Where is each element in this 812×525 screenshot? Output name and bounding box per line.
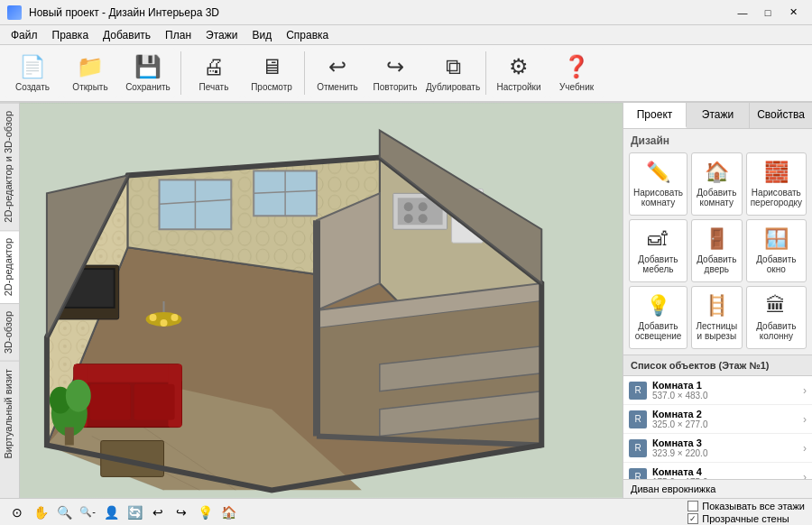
window-title: Новый проект - Дизайн Интерьера 3D — [29, 6, 219, 19]
checkbox-transparent[interactable] — [687, 513, 698, 524]
tab-project[interactable]: Проект — [623, 103, 687, 128]
menu-view[interactable]: Вид — [245, 27, 279, 43]
preview-icon: 🖥 — [261, 54, 282, 79]
left-tab-2d-3d[interactable]: 2D-редактор и 3D-обзор — [0, 103, 19, 230]
menu-plan[interactable]: План — [158, 27, 198, 43]
add-column-button[interactable]: 🏛 Добавить колонну — [746, 286, 807, 349]
add-light-button[interactable]: 💡 Добавить освещение — [629, 286, 687, 349]
maximize-button[interactable]: □ — [756, 4, 780, 22]
tool-redo2[interactable]: ↪ — [171, 502, 191, 522]
help-button[interactable]: ❓ Учебник — [549, 48, 604, 98]
tool-person[interactable]: 👤 — [101, 502, 121, 522]
separator-1 — [180, 51, 181, 95]
check-show-all-floors[interactable]: Показывать все этажи — [687, 501, 805, 511]
preview-button[interactable]: 🖥 Просмотр — [245, 48, 299, 98]
objects-section: Список объектов (Этаж №1) R Комната 1 53… — [623, 355, 812, 498]
add-door-button[interactable]: 🚪 Добавить дверь — [691, 219, 743, 282]
design-title: Дизайн — [629, 134, 807, 147]
tool-undo2[interactable]: ↩ — [148, 502, 168, 522]
svg-point-30 — [66, 380, 91, 412]
object-item-2[interactable]: R Комната 2 325.0 × 277.0 › — [623, 405, 812, 434]
menu-help[interactable]: Справка — [279, 27, 336, 43]
tool-zoom-in[interactable]: 🔍 — [54, 502, 74, 522]
add-room-button[interactable]: 🏠 Добавить комнату — [691, 152, 743, 216]
redo-icon: ↪ — [386, 54, 404, 79]
save-button[interactable]: 💾 Сохранить — [121, 48, 175, 98]
object-name-3: Комната 3 — [652, 438, 798, 448]
object-size-3: 323.9 × 220.0 — [652, 448, 798, 458]
add-door-label: Добавить дверь — [696, 254, 738, 274]
svg-point-54 — [171, 314, 178, 321]
stairs-label: Лестницы и вырезы — [696, 321, 738, 341]
add-window-button[interactable]: 🪟 Добавить окно — [746, 219, 807, 282]
create-button[interactable]: 📄 Создать — [5, 48, 60, 98]
object-name-1: Комната 1 — [652, 380, 798, 391]
tool-light[interactable]: 💡 — [195, 502, 215, 522]
open-button[interactable]: 📁 Открыть — [63, 48, 117, 98]
open-icon: 📁 — [77, 54, 104, 79]
viewport[interactable] — [20, 103, 623, 498]
object-item-3[interactable]: R Комната 3 323.9 × 220.0 › — [623, 434, 812, 463]
room-svg — [20, 103, 623, 498]
tab-floors[interactable]: Этажи — [687, 103, 750, 128]
print-button[interactable]: 🖨 Печать — [187, 48, 241, 98]
object-arrow-3: › — [803, 442, 807, 455]
check-transparent-walls[interactable]: Прозрачные стены — [687, 513, 805, 524]
add-room-icon: 🏠 — [705, 161, 729, 184]
print-label: Печать — [199, 82, 229, 92]
duplicate-button[interactable]: ⧉ Дублировать — [426, 48, 480, 98]
left-tab-vr[interactable]: Виртуальный визит — [0, 361, 19, 466]
menu-add[interactable]: Добавить — [96, 27, 158, 43]
object-item-1[interactable]: R Комната 1 537.0 × 483.0 › — [623, 376, 812, 405]
redo-button[interactable]: ↪ Повторить — [368, 48, 422, 98]
settings-label: Настройки — [496, 82, 540, 92]
undo-label: Отменить — [317, 82, 358, 92]
separator-3 — [485, 51, 486, 95]
minimize-button[interactable]: — — [731, 4, 754, 22]
tool-zoom-out[interactable]: 🔍- — [78, 502, 97, 522]
add-furniture-label: Добавить мебель — [633, 254, 683, 274]
add-window-label: Добавить окно — [751, 254, 802, 274]
draw-partition-icon: 🧱 — [764, 161, 789, 184]
draw-partition-label: Нарисовать перегородку — [751, 188, 802, 207]
tool-360[interactable]: ⊙ — [7, 502, 27, 522]
checkbox-show-floors[interactable] — [687, 501, 698, 511]
menu-edit[interactable]: Правка — [45, 27, 97, 43]
print-icon: 🖨 — [203, 54, 225, 79]
tool-pan[interactable]: ✋ — [31, 502, 51, 522]
design-section: Дизайн ✏️ Нарисовать комнату 🏠 Добавить … — [623, 129, 812, 355]
left-tab-3d[interactable]: 3D-обзор — [0, 303, 19, 361]
duplicate-icon: ⧉ — [446, 54, 461, 79]
add-furniture-button[interactable]: 🛋 Добавить мебель — [629, 219, 687, 282]
status-tools: ⊙ ✋ 🔍 🔍- 👤 🔄 ↩ ↪ 💡 🏠 — [7, 502, 238, 522]
right-panel: Проект Этажи Свойства Дизайн ✏️ Нарисова… — [623, 103, 812, 498]
draw-room-button[interactable]: ✏️ Нарисовать комнату — [629, 152, 687, 216]
menu-file[interactable]: Файл — [4, 27, 45, 43]
stairs-button[interactable]: 🪜 Лестницы и вырезы — [691, 286, 743, 349]
undo-button[interactable]: ↩ Отменить — [310, 48, 364, 98]
menu-floors[interactable]: Этажи — [198, 27, 245, 43]
preview-label: Просмотр — [251, 82, 292, 92]
objects-list[interactable]: R Комната 1 537.0 × 483.0 › R Комната 2 … — [623, 376, 812, 479]
window-controls: — □ ✕ — [731, 4, 805, 22]
left-tabs: 2D-редактор и 3D-обзор 2D-редактор 3D-об… — [0, 103, 20, 498]
tool-rotate[interactable]: 🔄 — [125, 502, 144, 522]
object-size-2: 325.0 × 277.0 — [652, 419, 798, 429]
tool-home[interactable]: 🏠 — [218, 502, 238, 522]
create-icon: 📄 — [19, 54, 46, 79]
add-furniture-icon: 🛋 — [648, 227, 668, 251]
tab-properties[interactable]: Свойства — [750, 103, 812, 128]
design-grid: ✏️ Нарисовать комнату 🏠 Добавить комнату… — [629, 152, 807, 349]
add-column-icon: 🏛 — [766, 294, 786, 318]
close-button[interactable]: ✕ — [781, 4, 805, 22]
settings-icon: ⚙ — [509, 54, 529, 79]
object-item-4[interactable]: R Комната 4 175.0 × 175.0 › — [623, 463, 812, 479]
right-panel-tabs: Проект Этажи Свойства — [623, 103, 812, 129]
left-tab-2d[interactable]: 2D-редактор — [0, 230, 19, 303]
title-bar: Новый проект - Дизайн Интерьера 3D — □ ✕ — [0, 0, 812, 25]
save-label: Сохранить — [125, 82, 171, 92]
draw-partition-button[interactable]: 🧱 Нарисовать перегородку — [746, 152, 807, 216]
svg-point-46 — [419, 214, 428, 223]
svg-rect-31 — [65, 428, 74, 446]
settings-button[interactable]: ⚙ Настройки — [492, 48, 546, 98]
